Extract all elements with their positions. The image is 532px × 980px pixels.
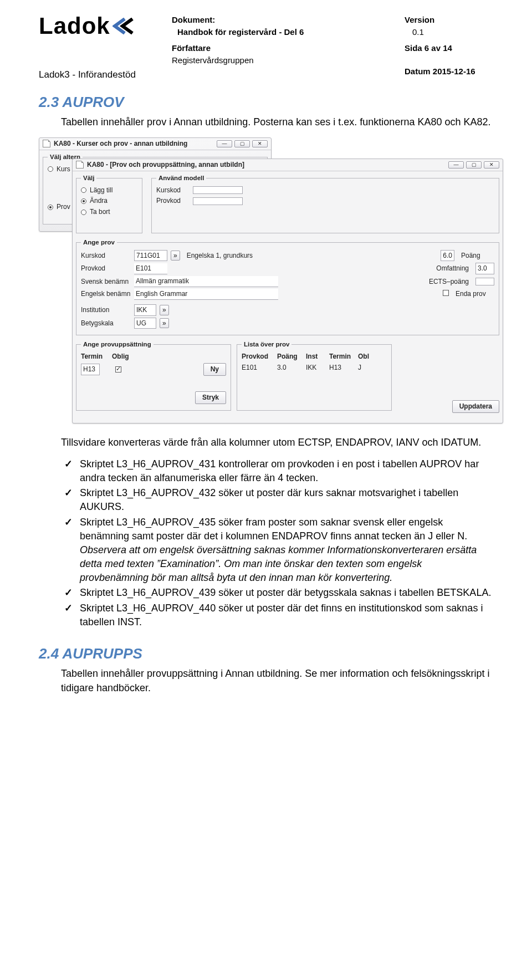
- termin-input[interactable]: H13: [81, 364, 100, 375]
- radio-remove-label: Ta bort: [90, 207, 110, 217]
- provkod-input[interactable]: E101: [134, 263, 167, 274]
- en-benamn-label: Engelsk benämn: [81, 289, 131, 299]
- poang-label: Poäng: [461, 251, 494, 261]
- date: Datum 2015-12-16: [405, 66, 493, 77]
- list-item: Skriptet L3_H6_AUPROV_435 söker fram pos…: [61, 515, 493, 585]
- heading-auprov: 2.3 AUPROV: [39, 92, 493, 112]
- provkod-label: Provkod: [81, 264, 131, 273]
- fieldset-legend-set: Ange provuppsättning: [81, 340, 154, 349]
- window-ka80-front: KA80 - [Prov och provuppsättning, annan …: [72, 159, 503, 423]
- oblig-checkbox[interactable]: [115, 366, 121, 372]
- restore-button[interactable]: ▢: [466, 161, 482, 169]
- uppdatera-button[interactable]: Uppdatera: [452, 400, 499, 413]
- auprov-conversion-note: Tillsvidare konverteras värde från alla …: [61, 436, 493, 450]
- ects-input[interactable]: [475, 278, 494, 285]
- auprupps-para: Tabellen innehåller provuppsättning i An…: [61, 667, 493, 695]
- close-button[interactable]: ✕: [484, 161, 499, 169]
- ny-button[interactable]: Ny: [203, 363, 226, 376]
- poang-input[interactable]: 6.0: [441, 250, 454, 262]
- list-item: Skriptet L3_H6_AUPROV_432 söker ut poste…: [61, 486, 493, 514]
- radio-change-label: Ändra: [90, 196, 108, 206]
- radio-kurs[interactable]: [48, 166, 53, 172]
- inst-input[interactable]: IKK: [134, 304, 156, 316]
- radio-provo[interactable]: [48, 205, 53, 210]
- header-right: Version 0.1 Sida 6 av 14 Datum 2015-12-1…: [405, 14, 493, 78]
- heading-auprupps: 2.4 AUPRUPPS: [39, 644, 493, 663]
- inst-label: Institution: [81, 305, 131, 315]
- col-termin: Termin: [329, 352, 355, 361]
- titlebar-back: KA80 - Kurser och prov - annan utbildnin…: [39, 138, 271, 150]
- minimize-button[interactable]: —: [448, 161, 464, 169]
- header-mid: Dokument: Handbok för registervård - Del…: [172, 14, 399, 78]
- course-name: Engelska 1, grundkurs: [187, 251, 253, 261]
- picker-button[interactable]: »: [160, 305, 169, 315]
- radio-kurs-label: Kurs: [57, 165, 70, 174]
- col-inst: Inst: [306, 352, 326, 361]
- sv-benamn-input[interactable]: Allmän grammatik: [134, 276, 278, 287]
- doc-label: Dokument:: [172, 14, 399, 25]
- model-kurskod-label: Kurskod: [156, 186, 190, 195]
- auprov-intro: Tabellen innehåller prov i Annan utbildn…: [61, 115, 493, 129]
- minimize-button[interactable]: —: [217, 140, 232, 147]
- kurskod-input[interactable]: 711G01: [134, 250, 167, 262]
- logo-subtitle: Ladok3 - Införandestöd: [39, 69, 136, 81]
- col-provkod: Provkod: [242, 352, 274, 361]
- radio-change[interactable]: [81, 198, 86, 204]
- logo-column: Ladok Ladok3 - Införandestöd: [39, 14, 166, 78]
- page-count: Sida 6 av 14: [405, 43, 493, 54]
- model-provkod-label: Provkod: [156, 196, 190, 206]
- document-icon: [76, 161, 84, 169]
- kurskod-label: Kurskod: [81, 251, 131, 261]
- logo: Ladok: [39, 14, 166, 38]
- document-icon: [43, 140, 50, 147]
- endaprov-label: Enda prov: [456, 289, 494, 299]
- author-value: Registervårdsgruppen: [172, 55, 399, 66]
- logo-chevron-icon: [112, 18, 135, 34]
- picker-button[interactable]: »: [160, 318, 169, 329]
- fieldset-legend-model: Använd modell: [156, 173, 206, 182]
- col-poang: Poäng: [277, 352, 303, 361]
- ects-label: ECTS–poäng: [429, 277, 469, 287]
- close-button[interactable]: ✕: [252, 140, 268, 147]
- page-header: Ladok Ladok3 - Införandestöd Dokument: H…: [39, 14, 493, 78]
- sv-benamn-label: Svensk benämn: [81, 277, 131, 287]
- table-row[interactable]: E101 3.0 IKK H13 J: [242, 363, 387, 372]
- logo-text: Ladok: [39, 14, 110, 38]
- stryk-button[interactable]: Stryk: [195, 391, 226, 404]
- restore-button[interactable]: ▢: [234, 140, 250, 147]
- col-obl: Obl: [358, 352, 372, 361]
- version-label: Version: [405, 14, 493, 25]
- termin-header: Termin: [81, 352, 109, 361]
- list-item: Skriptet L3_H6_AUPROV_431 kontrollerar o…: [61, 457, 493, 485]
- endaprov-checkbox[interactable]: [443, 290, 449, 296]
- fieldset-legend-valj: Välj: [81, 173, 96, 182]
- version-value: 0.1: [405, 27, 493, 38]
- titlebar-front: KA80 - [Prov och provuppsättning, annan …: [73, 159, 503, 171]
- radio-remove[interactable]: [81, 210, 86, 215]
- radio-add-label: Lägg till: [90, 186, 112, 195]
- picker-button[interactable]: »: [171, 251, 180, 261]
- omfattning-input[interactable]: 3.0: [475, 263, 494, 274]
- radio-add[interactable]: [81, 187, 86, 193]
- author-label: Författare: [172, 43, 399, 54]
- fieldset-legend-list: Lista över prov: [242, 340, 291, 349]
- app-screenshot: KA80 - Kurser och prov - annan utbildnin…: [39, 137, 493, 426]
- auprov-checklist: Skriptet L3_H6_AUPROV_431 kontrollerar o…: [61, 457, 493, 629]
- model-provkod-input[interactable]: [193, 197, 243, 205]
- list-item: Skriptet L3_H6_AUPROV_440 söker ut poste…: [61, 601, 493, 629]
- betyg-input[interactable]: UG: [134, 318, 156, 329]
- en-benamn-input[interactable]: English Grammar: [134, 289, 278, 300]
- title-text-front: KA80 - [Prov och provuppsättning, annan …: [87, 160, 244, 170]
- betyg-label: Betygskala: [81, 319, 131, 328]
- oblig-header: Oblig: [112, 352, 134, 361]
- title-text-back: KA80 - Kurser och prov - annan utbildnin…: [54, 139, 187, 149]
- doc-title: Handbok för registervård - Del 6: [172, 27, 399, 38]
- fieldset-legend-angeprov: Ange prov: [81, 238, 117, 247]
- model-kurskod-input[interactable]: [193, 186, 243, 194]
- omfattning-label: Omfattning: [436, 264, 469, 273]
- list-item: Skriptet L3_H6_AUPROV_439 söker ut poste…: [61, 586, 493, 600]
